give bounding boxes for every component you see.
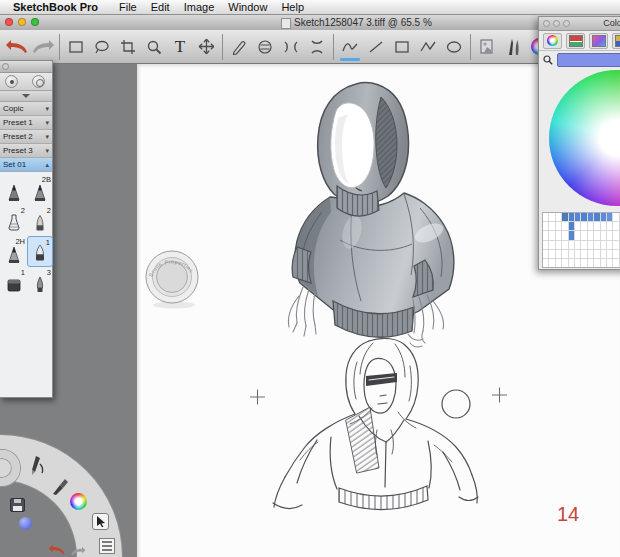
- tab-copic-colors[interactable]: [589, 33, 608, 49]
- pencil-icon: [28, 454, 45, 477]
- line-draw-tool[interactable]: [363, 33, 389, 61]
- lasso-select-tool[interactable]: [89, 33, 115, 61]
- brush-label: 3: [47, 268, 51, 277]
- brush-item[interactable]: 2: [27, 205, 53, 236]
- brush-ring-button[interactable]: [32, 75, 45, 88]
- menu-file[interactable]: File: [119, 1, 137, 13]
- brush-item-selected[interactable]: 1: [27, 236, 53, 267]
- tab-rgb-sliders[interactable]: [566, 33, 585, 49]
- brush-group-copic[interactable]: Copic ▾: [0, 102, 52, 116]
- move-tool[interactable]: [193, 33, 219, 61]
- toolbar-separator: [222, 34, 223, 60]
- palette-close-button[interactable]: [2, 63, 9, 70]
- document-title: Sketch1258047 3.tiff @ 65.5 %: [294, 17, 432, 28]
- brush-group-set01[interactable]: Set 01 ▴: [0, 158, 52, 172]
- pencil-brush-icon: [4, 181, 24, 203]
- layers-button[interactable]: [474, 33, 500, 61]
- group-label: Set 01: [3, 158, 26, 171]
- tab-swatch-library[interactable]: [612, 33, 620, 49]
- document-proxy-icon: [281, 18, 291, 29]
- color-panel-titlebar[interactable]: Color: [539, 17, 620, 31]
- lagoon-pencil-button[interactable]: [28, 454, 45, 481]
- apple-app-menu[interactable]: SketchBook Pro: [13, 1, 98, 13]
- cursor-icon: [96, 516, 106, 527]
- menu-edit[interactable]: Edit: [151, 1, 170, 13]
- ellipse-draw-tool[interactable]: [441, 33, 467, 61]
- redo-icon: [31, 39, 55, 55]
- lagoon-brush-button[interactable]: [51, 477, 70, 500]
- brush-label: 1: [21, 268, 25, 277]
- brush-item[interactable]: 3: [27, 267, 53, 298]
- layers-icon: [478, 38, 496, 56]
- panel-zoom-button[interactable]: [563, 20, 570, 27]
- rectangle-draw-tool[interactable]: [389, 33, 415, 61]
- brush-palette-panel: Copic ▾ Preset 1 ▾ Preset 2 ▾ Preset 3 ▾…: [0, 60, 53, 398]
- brush-item[interactable]: 2B: [27, 174, 53, 205]
- save-floppy-icon: [10, 498, 25, 512]
- undo-icon: [48, 544, 66, 556]
- palette-collapse-bar[interactable]: [0, 91, 52, 102]
- brush-label: 2: [21, 206, 25, 215]
- crop-tool[interactable]: [115, 33, 141, 61]
- brush-palette-titlebar[interactable]: [0, 61, 52, 73]
- brush-label: 2B: [42, 175, 51, 184]
- flip-vertical-tool[interactable]: [304, 33, 330, 61]
- flip-horizontal-tool[interactable]: [278, 33, 304, 61]
- brush-group-preset2[interactable]: Preset 2 ▾: [0, 130, 52, 144]
- current-color-dot[interactable]: [19, 517, 32, 530]
- brush-item[interactable]: [1, 174, 27, 205]
- menu-image[interactable]: Image: [184, 1, 215, 13]
- color-search-row: [539, 51, 620, 68]
- polyline-draw-tool[interactable]: [415, 33, 441, 61]
- lagoon-transform-button[interactable]: [92, 513, 109, 530]
- symmetry-tool[interactable]: [252, 33, 278, 61]
- brush-puck-button[interactable]: [5, 75, 18, 88]
- close-window-button[interactable]: [5, 18, 13, 26]
- curve-draw-tool[interactable]: [337, 33, 363, 61]
- lagoon-redo-button[interactable]: [70, 543, 86, 557]
- zoom-window-button[interactable]: [31, 18, 39, 26]
- minimize-window-button[interactable]: [18, 18, 26, 26]
- save-button[interactable]: [10, 498, 25, 516]
- group-arrow-icon: ▴: [45, 158, 49, 171]
- lagoon-color-wheel-button[interactable]: [70, 493, 87, 510]
- brush-group-preset3[interactable]: Preset 3 ▾: [0, 144, 52, 158]
- group-label: Preset 3: [3, 144, 33, 157]
- toolbar-separator: [333, 34, 334, 60]
- lagoon-layers-button[interactable]: [99, 538, 115, 554]
- swatch-area: [542, 212, 620, 268]
- brush-item[interactable]: 1: [1, 267, 27, 298]
- document-title-bar[interactable]: Sketch1258047 3.tiff @ 65.5 %: [0, 15, 620, 31]
- menu-bar: SketchBook Pro File Edit Image Window He…: [0, 0, 620, 15]
- hsv-color-wheel[interactable]: [549, 70, 620, 206]
- color-panel-title: Color: [603, 18, 620, 28]
- text-tool[interactable]: T: [167, 33, 193, 61]
- lasso-icon: [94, 39, 110, 55]
- lagoon-undo-button[interactable]: [48, 542, 66, 557]
- symmetry-icon: [257, 39, 273, 55]
- polyline-icon: [420, 39, 436, 55]
- tab-color-wheel[interactable]: [543, 33, 562, 49]
- undo-icon: [5, 39, 29, 55]
- brush-item[interactable]: 2: [1, 205, 27, 236]
- color-wheel-area: [539, 68, 620, 210]
- marquee-select-tool[interactable]: [63, 33, 89, 61]
- menu-help[interactable]: Help: [281, 1, 304, 13]
- panel-minimize-button[interactable]: [553, 20, 560, 27]
- undo-button[interactable]: [4, 33, 30, 61]
- zoom-tool[interactable]: [141, 33, 167, 61]
- menu-window[interactable]: Window: [228, 1, 267, 13]
- group-label: Preset 1: [3, 116, 33, 129]
- brush-label: 1: [46, 238, 50, 247]
- redo-button[interactable]: [30, 33, 56, 61]
- group-arrow-icon: ▾: [45, 144, 49, 157]
- brush-palette-button[interactable]: [500, 33, 526, 61]
- swatch-library-icon: [615, 35, 620, 47]
- marker-brush-icon: [30, 212, 50, 234]
- brush-item[interactable]: 2H: [1, 236, 27, 267]
- pencil-tool[interactable]: [226, 33, 252, 61]
- brush-group-preset1[interactable]: Preset 1 ▾: [0, 116, 52, 130]
- color-search-field[interactable]: [557, 53, 620, 67]
- panel-close-button[interactable]: [543, 20, 550, 27]
- color-panel-tabs: [539, 31, 620, 51]
